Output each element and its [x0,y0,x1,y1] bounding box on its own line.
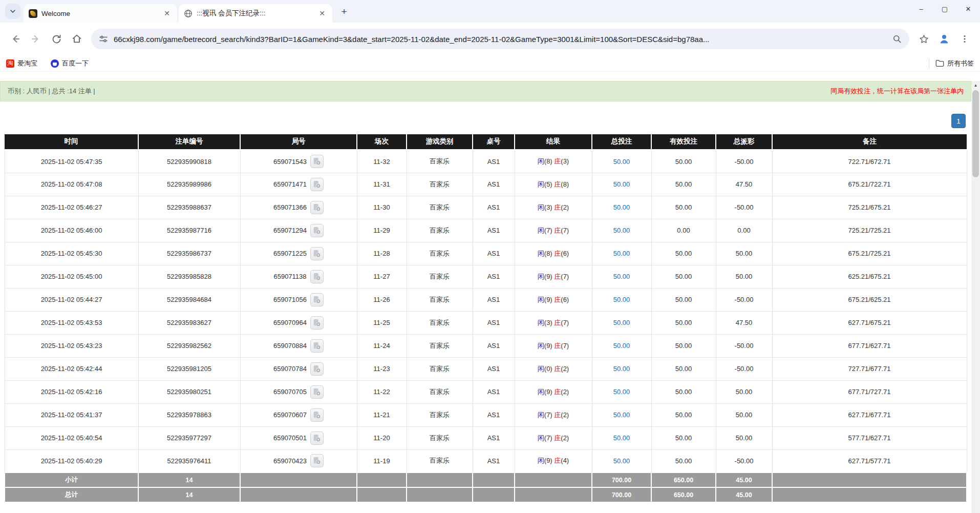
cell-total-bet: 50.00 [592,449,651,473]
profile-avatar[interactable] [935,30,953,48]
vertical-scrollbar[interactable]: ▲ [971,81,980,513]
cell-game-type: 百家乐 [407,288,473,311]
cell-result: 闲(9) 庄(7) [515,334,592,357]
subtotal-payout: 45.00 [716,473,772,487]
cell-session: 11-21 [357,403,407,426]
round-number-group: 659070501 [273,432,324,445]
total-bet-link[interactable]: 50.00 [613,158,630,166]
video-replay-button[interactable] [310,178,324,191]
grand-total-empty [515,487,592,502]
forward-button[interactable] [27,30,45,48]
round-number-group: 659071294 [273,224,324,237]
result-banker-points: (2) [561,388,569,396]
reload-button[interactable] [48,30,65,48]
bookmark-baidu[interactable]: 百度一下 [51,59,89,68]
site-info-icon[interactable] [98,34,109,44]
video-replay-button[interactable] [310,432,324,445]
total-bet-link[interactable]: 50.00 [613,411,630,419]
page-1-button[interactable]: 1 [951,114,966,128]
cell-valid-bet: 0.00 [651,219,716,242]
video-replay-button[interactable] [310,385,324,399]
video-record-icon [312,411,322,420]
round-number-group: 659071225 [273,247,324,260]
bet-records-table: 时间注单编号局号场次游戏类别桌号结果总投注有效投注总派彩备注 2025-11-0… [4,134,967,503]
video-replay-button[interactable] [310,201,324,214]
cell-session: 11-26 [357,288,407,311]
tab-close-icon[interactable]: ✕ [317,9,327,17]
cell-time: 2025-11-02 05:45:30 [5,242,138,265]
total-bet-link[interactable]: 50.00 [613,342,630,350]
toolbar-right [913,30,975,48]
video-replay-button[interactable] [310,270,324,283]
bookmark-aitaobao[interactable]: 淘 爱淘宝 [6,59,37,68]
video-record-icon [312,295,322,304]
folder-icon [935,59,944,67]
bookmark-star-button[interactable] [915,30,932,48]
cell-time: 2025-11-02 05:41:37 [5,403,138,426]
cell-table-no: AS1 [473,449,515,473]
cell-valid-bet: 50.00 [651,173,716,196]
video-replay-button[interactable] [310,454,324,467]
video-replay-button[interactable] [310,339,324,353]
cell-game-type: 百家乐 [407,426,473,449]
bookmarks-bar: 淘 爱淘宝 百度一下 所有书签 [0,55,980,72]
result-banker-points: (7) [561,319,569,326]
tab-welcome[interactable]: Welcome ✕ [24,4,177,23]
home-button[interactable] [68,30,86,48]
total-bet-link[interactable]: 50.00 [613,180,630,188]
result-player-label: 闲 [538,342,544,350]
result-player-label: 闲 [538,388,544,396]
total-bet-link[interactable]: 50.00 [613,319,630,326]
result-banker-label: 庄 [554,342,561,350]
scrollbar-thumb[interactable] [972,90,979,177]
new-tab-button[interactable]: + [337,5,351,19]
round-number: 659070964 [273,319,307,326]
cell-bet-id: 522935984684 [138,288,240,311]
cell-remark: 722.71/672.71 [772,150,967,173]
address-bar[interactable]: 66cxkj98.com/game/betrecord_search/kind3… [91,29,909,49]
video-replay-button[interactable] [310,293,324,306]
video-replay-button[interactable] [310,247,324,260]
video-replay-button[interactable] [310,155,324,168]
subtotal-row: 小计14700.00650.0045.00 [5,473,967,487]
total-bet-link[interactable]: 50.00 [613,457,630,465]
scrollbar-up-arrow-icon[interactable]: ▲ [971,81,980,90]
total-bet-link[interactable]: 50.00 [613,227,630,234]
cell-table-no: AS1 [473,426,515,449]
total-bet-link[interactable]: 50.00 [613,388,630,396]
back-button[interactable] [7,30,24,48]
tab-bet-records[interactable]: :::视讯 会员下注纪录::: ✕ [179,4,332,23]
maximize-button[interactable]: ▢ [933,0,956,17]
result-banker-points: (7) [561,273,569,280]
browser-menu-button[interactable] [956,30,973,48]
subtotal-empty [240,473,357,487]
total-bet-link[interactable]: 50.00 [613,250,630,257]
cell-bet-id: 522935983627 [138,311,240,334]
minimize-button[interactable]: – [909,0,933,17]
cell-valid-bet: 50.00 [651,380,716,403]
zoom-icon[interactable] [892,34,902,44]
column-header-5: 桌号 [473,134,515,150]
table-row: 2025-11-02 05:45:30522935986737659071225… [5,242,967,265]
url-text[interactable]: 66cxkj98.com/game/betrecord_search/kind3… [114,35,888,44]
pagination: 1 [0,114,966,128]
cell-session: 11-32 [357,150,407,173]
close-button[interactable]: ✕ [956,0,980,17]
summary-bar: 币别 : 人民币 | 总共 :14 注单 | 同局有效投注，统一计算在该局第一张… [0,81,971,101]
video-replay-button[interactable] [310,362,324,376]
cell-table-no: AS1 [473,311,515,334]
all-bookmarks-button[interactable]: 所有书签 [929,59,974,68]
result-banker-label: 庄 [554,296,561,303]
tab-search-button[interactable] [5,4,20,19]
cell-bet-id: 522935987716 [138,219,240,242]
video-replay-button[interactable] [310,316,324,330]
video-replay-button[interactable] [310,224,324,237]
total-bet-link[interactable]: 50.00 [613,203,630,211]
total-bet-link[interactable]: 50.00 [613,434,630,442]
total-bet-link[interactable]: 50.00 [613,273,630,280]
table-row: 2025-11-02 05:43:53522935983627659070964… [5,311,967,334]
total-bet-link[interactable]: 50.00 [613,365,630,373]
total-bet-link[interactable]: 50.00 [613,296,630,303]
video-replay-button[interactable] [310,408,324,422]
tab-close-icon[interactable]: ✕ [162,9,172,17]
